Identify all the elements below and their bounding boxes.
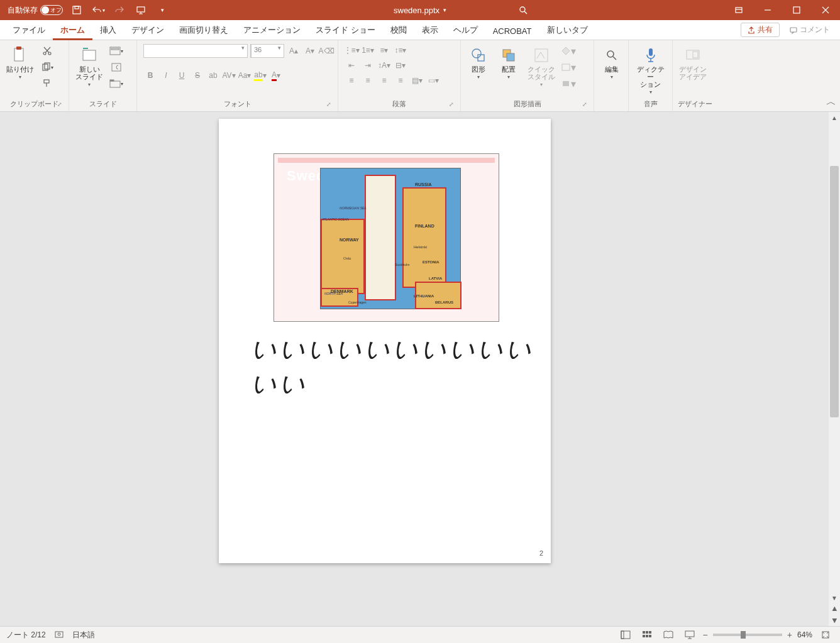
smartart-button[interactable]: ▭▾ — [426, 74, 440, 87]
tab-file[interactable]: ファイル — [5, 21, 53, 40]
minimize-button[interactable] — [753, 0, 782, 20]
search-icon[interactable] — [516, 3, 531, 18]
layout-icon[interactable]: ▾ — [108, 44, 124, 58]
prev-slide-icon[interactable]: ⯅ — [829, 603, 840, 615]
redo-button[interactable] — [112, 3, 127, 18]
list-level-button[interactable]: ≡▾ — [377, 44, 391, 57]
reset-icon[interactable] — [108, 60, 124, 74]
collapse-ribbon-icon[interactable]: ︿ — [826, 96, 836, 109]
paragraph-launcher-icon[interactable]: ⤢ — [448, 101, 455, 109]
scrollbar-thumb[interactable] — [830, 166, 839, 417]
drawing-launcher-icon[interactable]: ⤢ — [581, 101, 589, 109]
align-left-button[interactable]: ≡ — [345, 74, 358, 87]
notes-text[interactable]: いいいいいいいいいいいい — [251, 332, 551, 401]
strikethrough-button[interactable]: S — [191, 69, 204, 82]
shape-effects-icon[interactable]: ▾ — [560, 77, 577, 91]
increase-font-icon[interactable]: A▴ — [287, 45, 301, 57]
tab-animations[interactable]: アニメーション — [236, 21, 308, 40]
tab-design[interactable]: デザイン — [124, 21, 172, 40]
zoom-percent[interactable]: 64% — [797, 630, 812, 639]
align-text-button[interactable]: ⊟▾ — [394, 59, 407, 72]
clipboard-launcher-icon[interactable]: ⤢ — [56, 101, 64, 109]
zoom-out-button[interactable]: − — [703, 630, 708, 640]
svg-rect-15 — [83, 48, 88, 49]
paste-button[interactable]: 貼り付け ▾ — [4, 44, 36, 82]
share-button[interactable]: 共有 — [741, 23, 780, 37]
toggle-switch[interactable]: オフ — [40, 5, 63, 15]
status-section[interactable]: ノート 2/12 — [6, 630, 46, 640]
tab-help[interactable]: ヘルプ — [446, 21, 485, 40]
justify-button[interactable]: ≡ — [394, 74, 407, 87]
save-icon[interactable] — [69, 3, 84, 18]
decrease-font-icon[interactable]: A▾ — [303, 45, 317, 57]
slide-thumbnail[interactable]: Sweden MAP RUSSIA FINLAND Helsinki ESTON… — [274, 153, 499, 322]
shadow-button[interactable]: ab — [206, 69, 220, 82]
italic-button[interactable]: I — [159, 69, 173, 82]
numbering-button[interactable]: 1≡▾ — [361, 44, 375, 57]
char-spacing-button[interactable]: AV▾ — [222, 69, 236, 82]
normal-view-icon[interactable] — [617, 629, 634, 641]
decrease-indent-button[interactable]: ⇤ — [345, 59, 358, 72]
next-slide-icon[interactable]: ⯆ — [829, 615, 840, 626]
zoom-slider[interactable] — [713, 634, 782, 636]
slideshow-from-start-icon[interactable] — [133, 3, 148, 18]
align-right-button[interactable]: ≡ — [377, 74, 391, 87]
clear-format-icon[interactable]: A⌫ — [319, 45, 333, 57]
section-icon[interactable]: ▾ — [108, 77, 124, 91]
title-dropdown-icon[interactable]: ▾ — [443, 7, 446, 13]
new-slide-button[interactable]: 新しい スライド ▾ — [73, 44, 106, 90]
align-center-button[interactable]: ≡ — [361, 74, 375, 87]
font-size-combo[interactable]: 36▾ — [250, 44, 284, 58]
tab-acrobat[interactable]: ACROBAT — [485, 23, 539, 40]
font-name-combo[interactable]: ▾ — [143, 44, 248, 58]
shape-outline-icon[interactable]: ▾ — [560, 60, 577, 74]
fit-to-window-icon[interactable] — [817, 629, 834, 641]
quick-styles-button[interactable]: クイック スタイル▾ — [525, 44, 558, 90]
copy-icon[interactable]: ▾ — [39, 60, 55, 74]
scroll-up-icon[interactable]: ▲ — [829, 112, 840, 123]
shapes-button[interactable]: 図形▾ — [465, 44, 492, 82]
dictate-button[interactable]: ディクテー ション▾ — [633, 44, 668, 97]
bullets-button[interactable]: ⋮≡▾ — [345, 44, 358, 57]
font-color-button[interactable]: A▾ — [269, 69, 283, 82]
scroll-down-icon[interactable]: ▼ — [829, 592, 840, 603]
comment-button[interactable]: コメント — [785, 23, 835, 36]
zoom-in-button[interactable]: + — [787, 630, 792, 640]
status-language[interactable]: 日本語 — [72, 630, 95, 640]
increase-indent-button[interactable]: ⇥ — [361, 59, 375, 72]
tab-view[interactable]: 表示 — [414, 21, 446, 40]
accessibility-icon[interactable] — [55, 630, 64, 640]
autosave-toggle[interactable]: 自動保存 オフ — [8, 5, 63, 16]
cut-icon[interactable] — [39, 44, 55, 58]
design-ideas-button[interactable]: デザイン アイデア — [677, 44, 709, 83]
font-launcher-icon[interactable]: ⤢ — [325, 101, 333, 109]
ribbon-display-options-icon[interactable] — [724, 0, 753, 20]
editing-button[interactable]: 編集▾ — [598, 44, 626, 82]
bold-button[interactable]: B — [143, 69, 157, 82]
underline-button[interactable]: U — [175, 69, 189, 82]
highlight-button[interactable]: ab▾ — [253, 69, 267, 82]
tab-insert[interactable]: 挿入 — [92, 21, 124, 40]
tab-review[interactable]: 校閲 — [383, 21, 414, 40]
map-label: NORWEGIAN SEA — [340, 206, 367, 210]
undo-button[interactable]: ▾ — [91, 3, 106, 18]
tab-home[interactable]: ホーム — [53, 21, 92, 40]
vertical-scrollbar[interactable]: ▲ ▼ ⯅ ⯆ — [829, 112, 840, 626]
tab-slideshow[interactable]: スライド ショー — [308, 21, 383, 40]
shape-fill-icon[interactable]: ▾ — [560, 44, 577, 58]
slideshow-view-icon[interactable] — [682, 629, 698, 641]
close-button[interactable] — [811, 0, 840, 20]
arrange-button[interactable]: 配置▾ — [495, 44, 522, 82]
text-direction-button[interactable]: ↕A▾ — [377, 59, 391, 72]
line-spacing-button[interactable]: ↕≡▾ — [394, 44, 407, 57]
columns-button[interactable]: ▤▾ — [410, 74, 424, 87]
qat-customize-icon[interactable]: ▾ — [155, 3, 170, 18]
slide-sorter-view-icon[interactable] — [639, 629, 655, 641]
change-case-button[interactable]: Aa▾ — [238, 69, 251, 82]
format-painter-icon[interactable] — [39, 77, 55, 91]
tab-newtab[interactable]: 新しいタブ — [539, 21, 595, 40]
notes-page[interactable]: Sweden MAP RUSSIA FINLAND Helsinki ESTON… — [219, 119, 551, 563]
reading-view-icon[interactable] — [660, 629, 677, 641]
maximize-button[interactable] — [782, 0, 811, 20]
tab-transitions[interactable]: 画面切り替え — [172, 21, 236, 40]
